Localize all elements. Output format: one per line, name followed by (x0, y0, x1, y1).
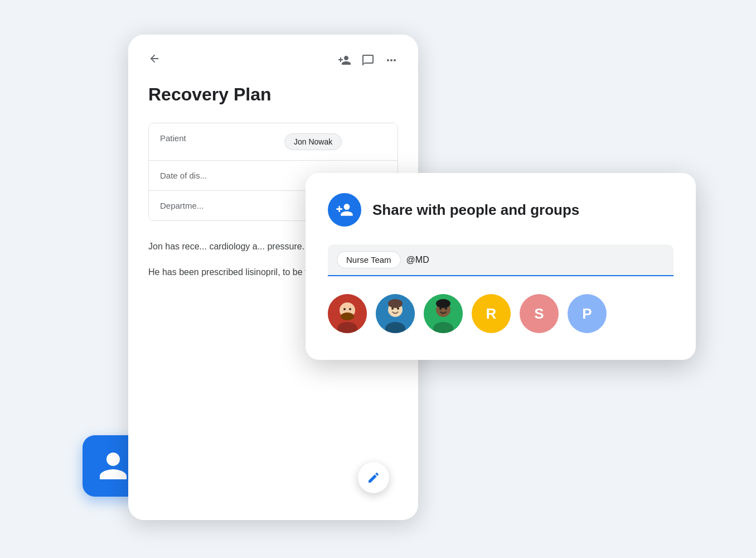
share-person-add-icon (336, 201, 353, 219)
svg-point-3 (343, 308, 346, 310)
avatar-s[interactable]: S (520, 294, 559, 333)
document-icon[interactable] (361, 54, 375, 67)
svg-point-8 (388, 299, 403, 308)
patient-label: Patient (149, 123, 273, 160)
avatar-p[interactable]: P (568, 294, 607, 333)
share-dialog-title: Share with people and groups (372, 201, 579, 219)
edit-fab-button[interactable] (358, 462, 389, 493)
svg-point-15 (439, 307, 442, 310)
department-label: Departme... (149, 191, 273, 220)
header-actions (338, 54, 398, 67)
avatar-p-label: P (582, 305, 592, 323)
share-search-input[interactable] (406, 255, 665, 265)
discharge-date-label: Date of dis... (149, 161, 273, 190)
edit-icon (367, 471, 380, 484)
share-dialog: Share with people and groups Nurse Team (306, 173, 696, 360)
person-add-icon[interactable] (338, 54, 351, 67)
avatar-person-2[interactable] (376, 294, 415, 333)
avatars-row: R S P (328, 292, 673, 335)
patient-chip: Jon Nowak (284, 133, 342, 150)
back-button[interactable] (148, 52, 161, 68)
scene: Recovery Plan Patient Jon Nowak Date of … (0, 0, 756, 558)
svg-point-4 (349, 308, 351, 310)
table-row: Patient Jon Nowak (149, 123, 398, 161)
avatar-person-1[interactable] (328, 294, 367, 333)
avatar-person-3[interactable] (424, 294, 463, 333)
avatar-face-1 (328, 294, 367, 333)
more-options-icon[interactable] (385, 54, 398, 67)
person-icon (96, 449, 130, 483)
svg-point-10 (397, 307, 399, 310)
svg-point-9 (391, 307, 394, 310)
doc-title: Recovery Plan (148, 84, 398, 105)
patient-value: Jon Nowak (273, 123, 398, 160)
doc-header (148, 52, 398, 68)
svg-point-2 (341, 312, 354, 320)
share-input-area[interactable]: Nurse Team (328, 244, 673, 276)
avatar-face-2 (376, 294, 415, 333)
share-dialog-header: Share with people and groups (328, 193, 673, 227)
svg-point-16 (445, 307, 447, 310)
avatar-r[interactable]: R (472, 294, 511, 333)
avatar-face-3 (424, 294, 463, 333)
nurse-team-chip[interactable]: Nurse Team (337, 251, 401, 268)
svg-point-14 (436, 299, 450, 308)
avatar-r-label: R (486, 305, 497, 323)
share-icon-circle (328, 193, 361, 227)
avatar-s-label: S (534, 305, 544, 323)
